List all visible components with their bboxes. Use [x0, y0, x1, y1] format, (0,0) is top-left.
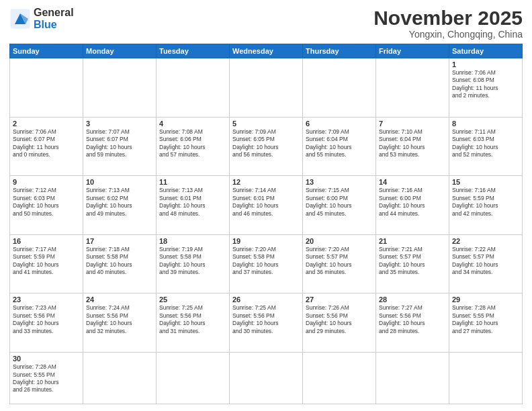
weekday-header-sunday: Sunday [10, 44, 83, 58]
calendar-cell: 27Sunrise: 7:26 AM Sunset: 5:56 PM Dayli… [303, 293, 376, 353]
day-info: Sunrise: 7:19 AM Sunset: 5:58 PM Dayligh… [159, 246, 226, 277]
weekday-header-row: SundayMondayTuesdayWednesdayThursdayFrid… [10, 44, 523, 58]
calendar-cell: 23Sunrise: 7:23 AM Sunset: 5:56 PM Dayli… [10, 293, 83, 353]
day-info: Sunrise: 7:16 AM Sunset: 5:59 PM Dayligh… [452, 187, 519, 218]
calendar-cell: 3Sunrise: 7:07 AM Sunset: 6:07 PM Daylig… [83, 117, 157, 176]
logo-text: General Blue [34, 7, 74, 30]
weekday-header-monday: Monday [83, 44, 157, 58]
calendar-cell: 21Sunrise: 7:21 AM Sunset: 5:57 PM Dayli… [376, 234, 449, 293]
day-info: Sunrise: 7:09 AM Sunset: 6:04 PM Dayligh… [306, 128, 373, 159]
sub-title: Yongxin, Chongqing, China [373, 29, 523, 40]
calendar-cell: 17Sunrise: 7:18 AM Sunset: 5:58 PM Dayli… [83, 234, 157, 293]
day-info: Sunrise: 7:25 AM Sunset: 5:56 PM Dayligh… [159, 304, 226, 335]
day-info: Sunrise: 7:28 AM Sunset: 5:55 PM Dayligh… [13, 363, 80, 394]
day-info: Sunrise: 7:13 AM Sunset: 6:02 PM Dayligh… [86, 187, 153, 218]
calendar-cell: 18Sunrise: 7:19 AM Sunset: 5:58 PM Dayli… [157, 234, 230, 293]
calendar-cell: 13Sunrise: 7:15 AM Sunset: 6:00 PM Dayli… [303, 176, 376, 235]
calendar-cell: 5Sunrise: 7:09 AM Sunset: 6:05 PM Daylig… [230, 117, 303, 176]
day-number: 23 [13, 295, 80, 304]
day-info: Sunrise: 7:11 AM Sunset: 6:03 PM Dayligh… [452, 128, 519, 159]
day-number: 11 [159, 178, 226, 186]
calendar-cell [157, 353, 230, 404]
calendar-cell: 7Sunrise: 7:10 AM Sunset: 6:04 PM Daylig… [376, 117, 449, 176]
calendar-cell [230, 353, 303, 404]
week-row-4: 16Sunrise: 7:17 AM Sunset: 5:59 PM Dayli… [10, 234, 523, 293]
calendar-cell [10, 58, 83, 118]
weekday-header-thursday: Thursday [303, 44, 376, 58]
logo-area: General Blue [9, 7, 74, 30]
day-info: Sunrise: 7:26 AM Sunset: 5:56 PM Dayligh… [306, 304, 373, 335]
calendar-cell: 12Sunrise: 7:14 AM Sunset: 6:01 PM Dayli… [230, 176, 303, 235]
calendar-cell: 14Sunrise: 7:16 AM Sunset: 6:00 PM Dayli… [376, 176, 449, 235]
day-number: 10 [86, 178, 153, 186]
day-info: Sunrise: 7:28 AM Sunset: 5:55 PM Dayligh… [452, 304, 519, 335]
day-number: 26 [232, 295, 300, 304]
weekday-header-saturday: Saturday [449, 44, 523, 58]
calendar-cell: 1Sunrise: 7:06 AM Sunset: 6:08 PM Daylig… [449, 58, 523, 118]
calendar-cell: 26Sunrise: 7:25 AM Sunset: 5:56 PM Dayli… [230, 293, 303, 353]
day-info: Sunrise: 7:06 AM Sunset: 6:07 PM Dayligh… [13, 128, 80, 159]
calendar-cell [83, 353, 157, 404]
day-info: Sunrise: 7:12 AM Sunset: 6:03 PM Dayligh… [13, 187, 80, 218]
week-row-2: 2Sunrise: 7:06 AM Sunset: 6:07 PM Daylig… [10, 117, 523, 176]
day-info: Sunrise: 7:18 AM Sunset: 5:58 PM Dayligh… [86, 246, 153, 277]
day-info: Sunrise: 7:27 AM Sunset: 5:56 PM Dayligh… [379, 304, 446, 335]
calendar-cell: 22Sunrise: 7:22 AM Sunset: 5:57 PM Dayli… [449, 234, 523, 293]
calendar-cell: 15Sunrise: 7:16 AM Sunset: 5:59 PM Dayli… [449, 176, 523, 235]
calendar-cell [303, 58, 376, 118]
calendar-cell: 20Sunrise: 7:20 AM Sunset: 5:57 PM Dayli… [303, 234, 376, 293]
calendar-cell: 16Sunrise: 7:17 AM Sunset: 5:59 PM Dayli… [10, 234, 83, 293]
day-number: 4 [159, 120, 226, 128]
day-info: Sunrise: 7:10 AM Sunset: 6:04 PM Dayligh… [379, 128, 446, 159]
calendar-cell: 24Sunrise: 7:24 AM Sunset: 5:56 PM Dayli… [83, 293, 157, 353]
day-info: Sunrise: 7:20 AM Sunset: 5:58 PM Dayligh… [232, 246, 300, 277]
calendar-table: SundayMondayTuesdayWednesdayThursdayFrid… [9, 44, 523, 404]
calendar-cell [449, 353, 523, 404]
day-info: Sunrise: 7:22 AM Sunset: 5:57 PM Dayligh… [452, 246, 519, 277]
calendar-cell: 2Sunrise: 7:06 AM Sunset: 6:07 PM Daylig… [10, 117, 83, 176]
day-number: 14 [379, 178, 446, 186]
day-number: 16 [13, 237, 80, 245]
day-number: 17 [86, 237, 153, 245]
header: General Blue November 2025 Yongxin, Chon… [9, 7, 523, 40]
calendar-cell [83, 58, 157, 118]
day-number: 6 [306, 120, 373, 128]
weekday-header-wednesday: Wednesday [230, 44, 303, 58]
day-number: 1 [452, 60, 519, 68]
day-info: Sunrise: 7:08 AM Sunset: 6:06 PM Dayligh… [159, 128, 226, 159]
calendar-cell [376, 353, 449, 404]
day-info: Sunrise: 7:21 AM Sunset: 5:57 PM Dayligh… [379, 246, 446, 277]
day-number: 21 [379, 237, 446, 245]
day-number: 3 [86, 120, 153, 128]
day-number: 15 [452, 178, 519, 186]
calendar-cell [230, 58, 303, 118]
weekday-header-friday: Friday [376, 44, 449, 58]
day-info: Sunrise: 7:06 AM Sunset: 6:08 PM Dayligh… [452, 69, 519, 100]
week-row-3: 9Sunrise: 7:12 AM Sunset: 6:03 PM Daylig… [10, 176, 523, 235]
day-number: 30 [13, 355, 80, 363]
title-area: November 2025 Yongxin, Chongqing, China [373, 7, 523, 40]
week-row-1: 1Sunrise: 7:06 AM Sunset: 6:08 PM Daylig… [10, 58, 523, 118]
week-row-5: 23Sunrise: 7:23 AM Sunset: 5:56 PM Dayli… [10, 293, 523, 353]
day-info: Sunrise: 7:15 AM Sunset: 6:00 PM Dayligh… [306, 187, 373, 218]
week-row-6: 30Sunrise: 7:28 AM Sunset: 5:55 PM Dayli… [10, 353, 523, 404]
day-number: 13 [306, 178, 373, 186]
calendar-cell: 10Sunrise: 7:13 AM Sunset: 6:02 PM Dayli… [83, 176, 157, 235]
day-number: 24 [86, 295, 153, 304]
day-info: Sunrise: 7:13 AM Sunset: 6:01 PM Dayligh… [159, 187, 226, 218]
day-number: 20 [306, 237, 373, 245]
day-number: 29 [452, 295, 519, 304]
calendar-cell [157, 58, 230, 118]
day-info: Sunrise: 7:20 AM Sunset: 5:57 PM Dayligh… [306, 246, 373, 277]
calendar-cell: 19Sunrise: 7:20 AM Sunset: 5:58 PM Dayli… [230, 234, 303, 293]
day-number: 9 [13, 178, 80, 186]
main-title: November 2025 [373, 7, 523, 29]
day-number: 8 [452, 120, 519, 128]
day-info: Sunrise: 7:16 AM Sunset: 6:00 PM Dayligh… [379, 187, 446, 218]
weekday-header-tuesday: Tuesday [157, 44, 230, 58]
calendar-page: General Blue November 2025 Yongxin, Chon… [0, 0, 532, 411]
day-number: 12 [232, 178, 300, 186]
day-info: Sunrise: 7:25 AM Sunset: 5:56 PM Dayligh… [232, 304, 300, 335]
day-number: 19 [232, 237, 300, 245]
day-info: Sunrise: 7:07 AM Sunset: 6:07 PM Dayligh… [86, 128, 153, 159]
